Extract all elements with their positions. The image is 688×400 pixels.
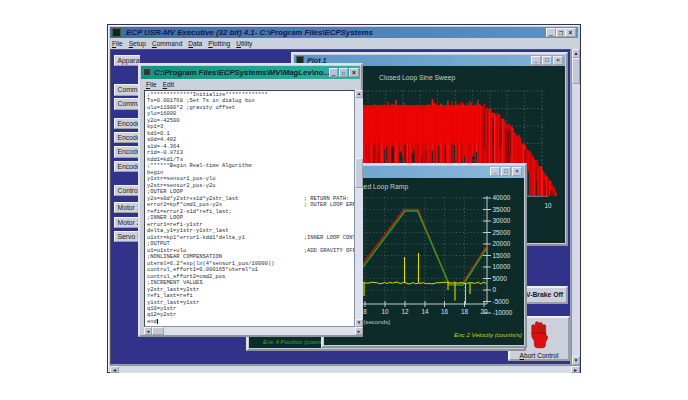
svg-text:15000: 15000 (493, 252, 511, 259)
svg-text:12: 12 (401, 308, 409, 315)
svg-text:20000: 20000 (493, 240, 511, 247)
svg-text:16: 16 (441, 308, 449, 315)
svg-text:-5000: -5000 (493, 298, 510, 305)
svg-text:25000: 25000 (493, 229, 511, 236)
svg-text:20: 20 (480, 308, 488, 315)
svg-text:Enc 2 Velocity (counts/s): Enc 2 Velocity (counts/s) (454, 331, 522, 338)
svg-text:30000: 30000 (493, 217, 511, 224)
svg-text:5000: 5000 (493, 275, 508, 282)
svg-text:10: 10 (381, 308, 389, 315)
svg-text:40000: 40000 (493, 194, 511, 201)
svg-text:10000: 10000 (493, 263, 511, 270)
svg-text:18: 18 (461, 308, 469, 315)
svg-text:35000: 35000 (493, 206, 511, 213)
svg-text:14: 14 (421, 308, 429, 315)
svg-text:0: 0 (493, 286, 497, 293)
svg-text:8: 8 (363, 308, 367, 315)
svg-text:-10000: -10000 (493, 309, 513, 316)
